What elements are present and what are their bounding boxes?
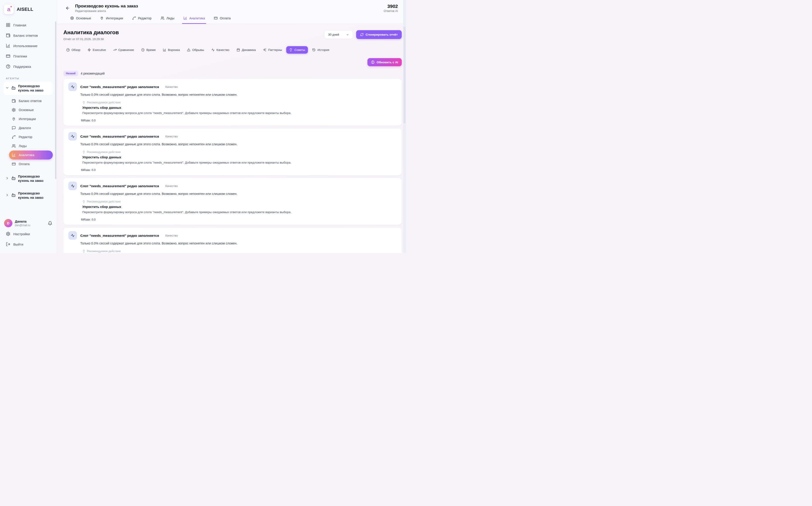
card-description: Только 0.0% сессий содержат данные для э… xyxy=(80,242,396,245)
activity-icon xyxy=(71,184,75,188)
sidebar-item-balance[interactable]: Баланс ответов xyxy=(4,30,53,40)
bot-icon xyxy=(11,193,16,197)
sidebar-item-logout[interactable]: Выйти xyxy=(4,239,53,249)
brain-icon xyxy=(371,60,375,64)
generate-report-label: Сгенерировать отчёт xyxy=(365,33,398,36)
sidebar-bottom: D Данила dan@mail.ru Настройки Выйти xyxy=(4,218,53,249)
sidebar-subitem-label: Оплата xyxy=(19,162,29,166)
sidebar-subitem-leads[interactable]: Лиды xyxy=(9,142,53,151)
credit-card-icon xyxy=(214,16,218,20)
action-description: Пересмотрите формулировку вопроса для сл… xyxy=(82,210,396,214)
activity-tile-icon xyxy=(68,132,77,141)
sidebar-subitem-analytics[interactable]: Аналитика xyxy=(9,151,53,160)
tab-label: Лиды xyxy=(166,16,174,20)
sidebar-item-settings[interactable]: Настройки xyxy=(4,229,53,239)
report-date: Отчёт от 07.01.2026, 19:29:38 xyxy=(63,37,119,41)
subtab-time[interactable]: Время xyxy=(138,46,158,54)
tab-analytics[interactable]: Аналитика xyxy=(183,16,205,24)
calendar-icon xyxy=(236,48,240,52)
subtab-funnel[interactable]: Воронка xyxy=(160,46,183,54)
activity-tile-icon xyxy=(68,231,77,240)
subtab-label: Воронка xyxy=(168,48,180,52)
brand: a AISELL xyxy=(4,4,53,14)
sidebar-subitem-label: Диалоги xyxy=(19,126,31,130)
refresh-icon xyxy=(360,33,363,36)
sidebar-agent-expanded[interactable]: Производсво кухонь на заказ xyxy=(4,82,53,95)
sidebar-item-payments[interactable]: Платежи xyxy=(4,51,53,61)
subtab-dropoffs[interactable]: Обрывы xyxy=(184,46,207,54)
sidebar-subitem-dialogs[interactable]: Диалоги xyxy=(9,123,53,133)
subtab-quality[interactable]: Качество xyxy=(208,46,232,54)
subtab-label: Обрывы xyxy=(192,48,204,52)
subtab-patterns[interactable]: Паттерны xyxy=(260,46,285,54)
sidebar-subitem-payment[interactable]: Оплата xyxy=(9,160,53,169)
recommended-action-label: Рекомендуемое действие xyxy=(87,200,121,203)
stat-value: 3902 xyxy=(384,4,398,9)
tab-leads[interactable]: Лиды xyxy=(160,16,174,24)
subtab-history[interactable]: История xyxy=(309,46,332,54)
window-scrollbar-thumb[interactable] xyxy=(404,26,406,123)
plug-icon xyxy=(12,117,16,121)
sidebar-item-usage[interactable]: Использование xyxy=(4,40,53,51)
alert-triangle-icon xyxy=(187,48,190,52)
window-scrollbar[interactable] xyxy=(403,0,406,253)
sidebar-subitem-label: Интеграции xyxy=(19,117,36,121)
sidebar-subitem-editor[interactable]: Редактор xyxy=(9,133,53,142)
bell-icon[interactable] xyxy=(48,221,52,226)
bot-icon xyxy=(11,85,16,90)
sidebar-section-agents: АГЕНТЫ xyxy=(6,77,53,80)
tab-general[interactable]: Основные xyxy=(70,16,91,24)
analytics-chart-icon xyxy=(183,16,187,20)
subtab-label: История xyxy=(317,48,329,52)
user-profile[interactable]: D Данила dan@mail.ru xyxy=(4,218,53,229)
recommendation-card: Слот "needs_measurement" редко заполняет… xyxy=(63,79,402,126)
bot-icon xyxy=(11,176,16,181)
sidebar-agent-collapsed[interactable]: Производсво кухонь на заказ xyxy=(4,189,53,202)
sidebar-subitem-label: Лиды xyxy=(19,144,26,148)
tab-label: Оплата xyxy=(220,16,230,20)
sidebar-subitem-balance[interactable]: Баланс ответов xyxy=(9,96,53,105)
subtab-dynamics[interactable]: Динамика xyxy=(234,46,259,54)
subtab-label: Паттерны xyxy=(268,48,282,52)
subtab-overview[interactable]: Обзор xyxy=(63,46,83,54)
sidebar-subitem-general[interactable]: Основные xyxy=(9,105,53,114)
app-window: a AISELL Главная Баланс ответов Использо… xyxy=(0,0,406,253)
agent-name: Производсво кухонь на заказ xyxy=(18,191,51,200)
ai-answers-stat: 3902 Ответов AI xyxy=(384,4,398,13)
sidebar-scrollbar[interactable] xyxy=(55,21,56,179)
sidebar-item-label: Настройки xyxy=(13,232,30,236)
recommended-action-label: Рекомендуемое действие xyxy=(87,250,121,253)
sidebar-agent-collapsed[interactable]: Производсво кухонь на заказ xyxy=(4,172,53,185)
lightbulb-icon xyxy=(82,101,85,104)
tab-integrations[interactable]: Интеграции xyxy=(100,16,123,24)
update-with-ai-button[interactable]: Обновить с AI xyxy=(367,58,402,66)
subtab-comparison[interactable]: Сравнение xyxy=(110,46,137,54)
action-description: Пересмотрите формулировку вопроса для сл… xyxy=(82,111,396,115)
recommendations-count: 4 рекомендаций xyxy=(81,72,105,75)
activity-icon xyxy=(71,135,75,138)
card-title: Слот "needs_measurement" редко заполняет… xyxy=(80,135,159,138)
card-title: Слот "needs_measurement" редко заполняет… xyxy=(80,234,159,238)
subtab-executive[interactable]: Executive xyxy=(84,46,109,54)
topbar: Производсво кухонь на заказ Редактирован… xyxy=(57,0,406,24)
wallet-icon xyxy=(12,99,16,103)
subtab-tips[interactable]: Советы xyxy=(286,46,308,54)
sidebar-subitem-label: Аналитика xyxy=(19,153,34,157)
sidebar-item-home[interactable]: Главная xyxy=(4,20,53,30)
gear-icon xyxy=(70,16,74,20)
dashboard-icon xyxy=(6,23,10,27)
sidebar-subitem-integrations[interactable]: Интеграции xyxy=(9,114,53,123)
users-icon xyxy=(12,144,16,148)
tab-editor[interactable]: Редактор xyxy=(132,16,151,24)
recommended-action-label: Рекомендуемое действие xyxy=(87,101,121,104)
card-category: Качество xyxy=(165,184,178,188)
stat-label: Ответов AI xyxy=(384,9,398,13)
generate-report-button[interactable]: Сгенерировать отчёт xyxy=(356,30,402,39)
period-select[interactable]: 30 дней xyxy=(324,30,353,39)
sidebar-item-support[interactable]: Поддержка xyxy=(4,61,53,72)
sidebar-item-label: Выйти xyxy=(13,242,23,246)
back-button[interactable] xyxy=(64,4,71,12)
card-description: Только 0.0% сессий содержат данные для э… xyxy=(80,142,396,146)
logout-icon xyxy=(6,242,10,246)
tab-payment[interactable]: Оплата xyxy=(214,16,230,24)
